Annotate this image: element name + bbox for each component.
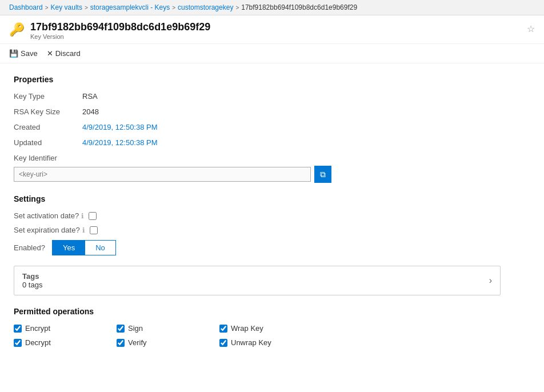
operation-checkbox[interactable] xyxy=(117,339,125,347)
discard-button[interactable]: ✕ Discard xyxy=(47,47,81,59)
operation-checkbox[interactable] xyxy=(219,325,227,333)
updated-value: 4/9/2019, 12:50:38 PM xyxy=(82,138,158,147)
key-identifier-label: Key Identifier xyxy=(14,154,501,162)
operation-label: Unwrap Key xyxy=(231,338,271,347)
tags-box: Tags 0 tags › xyxy=(14,266,501,295)
breadcrumb-sep-2: > xyxy=(85,5,88,11)
key-type-value: RSA xyxy=(82,92,98,101)
expiration-date-row: Set expiration date? ℹ xyxy=(14,226,501,234)
page-header-left: 🔑 17bf9182bb694f109b8dc6d1e9b69f29 Key V… xyxy=(9,21,210,40)
copy-icon: ⧉ xyxy=(320,170,326,179)
operation-checkbox[interactable] xyxy=(219,339,227,347)
activation-label-text: Set activation date? xyxy=(14,211,79,220)
expiration-label-text: Set expiration date? xyxy=(14,226,80,234)
breadcrumb: Dashboard > Key vaults > storagesamplekv… xyxy=(0,0,544,15)
operation-label: Wrap Key xyxy=(231,324,263,333)
properties-title: Properties xyxy=(14,75,501,84)
operation-item: Decrypt xyxy=(14,338,117,347)
activation-date-checkbox[interactable] xyxy=(89,212,97,220)
copy-uri-button[interactable]: ⧉ xyxy=(314,166,331,183)
operations-grid: EncryptSignWrap KeyDecryptVerifyUnwrap K… xyxy=(14,324,501,347)
enabled-row: Enabled? Yes No xyxy=(14,240,501,255)
permitted-operations-title: Permitted operations xyxy=(14,307,501,316)
discard-label: Discard xyxy=(55,49,81,58)
breadcrumb-storagesample[interactable]: storagesamplekvcli - Keys xyxy=(90,3,170,11)
favorite-icon[interactable]: ☆ xyxy=(527,23,535,34)
operation-item: Verify xyxy=(117,338,219,347)
key-uri-input[interactable] xyxy=(14,167,311,182)
prop-created: Created 4/9/2019, 12:50:38 PM xyxy=(14,123,501,131)
operation-checkbox[interactable] xyxy=(14,339,22,347)
created-label: Created xyxy=(14,123,82,131)
activation-date-label: Set activation date? ℹ xyxy=(14,211,84,220)
operation-item: Unwrap Key xyxy=(219,338,322,347)
save-button[interactable]: 💾 Save xyxy=(9,47,38,59)
tags-chevron-icon: › xyxy=(489,275,492,286)
expiration-info-icon: ℹ xyxy=(82,226,85,234)
key-uri-row: ⧉ xyxy=(14,166,501,183)
rsa-key-size-value: 2048 xyxy=(82,107,99,116)
no-button[interactable]: No xyxy=(85,241,115,255)
settings-title: Settings xyxy=(14,194,501,203)
page-header: 🔑 17bf9182bb694f109b8dc6d1e9b69f29 Key V… xyxy=(0,15,544,44)
tags-row[interactable]: Tags 0 tags › xyxy=(14,266,500,295)
created-value: 4/9/2019, 12:50:38 PM xyxy=(82,123,158,131)
key-type-label: Key Type xyxy=(14,92,82,101)
prop-updated: Updated 4/9/2019, 12:50:38 PM xyxy=(14,138,501,147)
breadcrumb-customstoragekey[interactable]: customstoragekey xyxy=(178,3,233,11)
main-content: Properties Key Type RSA RSA Key Size 204… xyxy=(0,63,514,358)
operation-label: Sign xyxy=(128,324,143,333)
enabled-label: Enabled? xyxy=(14,243,45,252)
discard-icon: ✕ xyxy=(47,49,53,58)
page-subtitle: Key Version xyxy=(30,33,210,40)
toolbar: 💾 Save ✕ Discard xyxy=(0,44,544,63)
operation-label: Decrypt xyxy=(25,338,51,347)
breadcrumb-dashboard[interactable]: Dashboard xyxy=(9,3,43,11)
tags-label: Tags xyxy=(22,272,42,281)
breadcrumb-current: 17bf9182bb694f109b8dc6d1e9b69f29 xyxy=(241,3,357,11)
operation-label: Encrypt xyxy=(25,324,50,333)
updated-label: Updated xyxy=(14,138,82,147)
operation-item: Sign xyxy=(117,324,219,333)
operation-item: Wrap Key xyxy=(219,324,322,333)
rsa-key-size-label: RSA Key Size xyxy=(14,107,82,116)
expiration-date-label: Set expiration date? ℹ xyxy=(14,226,85,234)
save-icon: 💾 xyxy=(9,49,18,58)
prop-rsa-key-size: RSA Key Size 2048 xyxy=(14,107,501,116)
save-label: Save xyxy=(21,49,38,58)
page-title-block: 17bf9182bb694f109b8dc6d1e9b69f29 Key Ver… xyxy=(30,21,210,40)
activation-date-row: Set activation date? ℹ xyxy=(14,211,501,220)
operation-label: Verify xyxy=(128,338,147,347)
expiration-date-checkbox[interactable] xyxy=(90,226,98,234)
breadcrumb-sep-1: > xyxy=(45,5,49,11)
prop-key-type: Key Type RSA xyxy=(14,92,501,101)
operation-checkbox[interactable] xyxy=(14,325,22,333)
breadcrumb-keyvaults[interactable]: Key vaults xyxy=(51,3,82,11)
enabled-toggle[interactable]: Yes No xyxy=(52,240,116,255)
operation-checkbox[interactable] xyxy=(117,325,125,333)
breadcrumb-sep-3: > xyxy=(172,5,175,11)
operation-item: Encrypt xyxy=(14,324,117,333)
page-title: 17bf9182bb694f109b8dc6d1e9b69f29 xyxy=(30,21,210,33)
activation-info-icon: ℹ xyxy=(81,212,84,220)
breadcrumb-sep-4: > xyxy=(235,5,239,11)
yes-button[interactable]: Yes xyxy=(53,241,85,255)
key-icon: 🔑 xyxy=(9,22,25,37)
settings-section: Settings Set activation date? ℹ Set expi… xyxy=(14,194,501,255)
permitted-operations-section: Permitted operations EncryptSignWrap Key… xyxy=(14,307,501,347)
tags-content: Tags 0 tags xyxy=(22,272,42,289)
tags-count: 0 tags xyxy=(22,281,42,289)
